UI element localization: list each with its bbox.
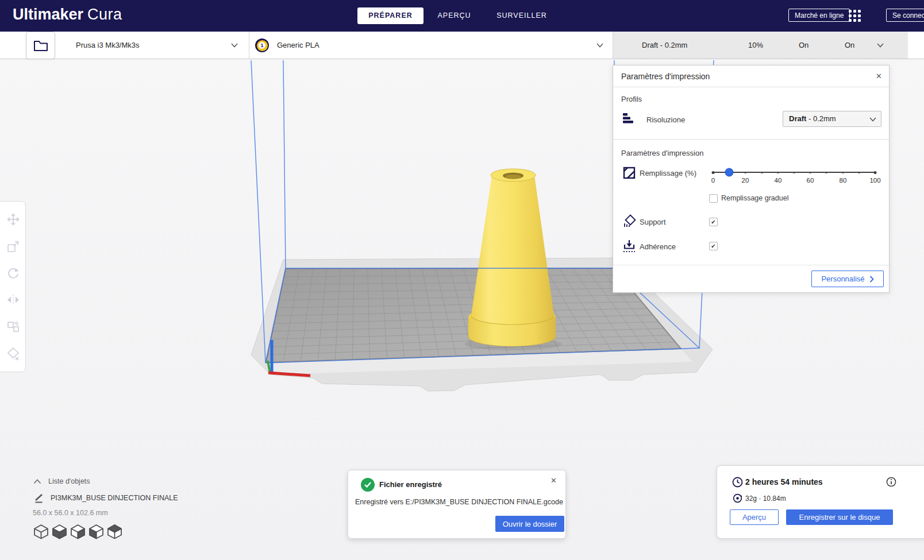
resolution-dropdown[interactable]: Draft - 0.2mm xyxy=(783,111,881,127)
resolution-label: Risoluzione xyxy=(646,115,685,124)
resolution-value-bold: Draft xyxy=(789,114,806,123)
material-usage: 32g · 10.84m xyxy=(745,495,786,503)
custom-settings-button[interactable]: Personnalisé xyxy=(811,271,884,287)
print-job-panel: 2 heures 54 minutes 32g · 10.84m Aperçu … xyxy=(717,465,924,539)
layer-height-icon xyxy=(622,113,635,124)
view-3d-icon[interactable] xyxy=(33,524,49,539)
chevron-down-icon xyxy=(869,117,876,122)
chevron-down-icon xyxy=(877,43,884,48)
resolution-value-rest: - 0.2mm xyxy=(806,114,836,123)
adhesion-icon xyxy=(623,240,636,253)
rotate-tool-icon[interactable] xyxy=(6,267,20,280)
tab-monitor[interactable]: SURVEILLER xyxy=(493,7,550,24)
section-heading: Paramètres d'impression xyxy=(621,149,703,157)
mirror-tool-icon[interactable] xyxy=(6,293,20,307)
close-icon[interactable]: ✕ xyxy=(876,72,882,80)
marketplace-button[interactable]: Marché en ligne xyxy=(788,9,850,22)
material-name: Generic PLA xyxy=(277,32,319,59)
extruder-number: 1 xyxy=(259,42,265,49)
divider xyxy=(613,87,889,87)
folder-icon xyxy=(33,39,48,52)
panel-title: Paramètres d'impression xyxy=(621,72,710,81)
apps-grid-icon[interactable] xyxy=(849,10,861,22)
scale-tool-icon[interactable] xyxy=(6,240,20,253)
brand-light: Cura xyxy=(87,6,122,23)
object-list-toggle-label[interactable]: Liste d'objets xyxy=(48,477,90,485)
divider xyxy=(613,265,889,265)
printer-selector[interactable]: Prusa i3 Mk3/Mk3s xyxy=(64,32,249,59)
infill-slider[interactable] xyxy=(713,168,875,177)
spool-icon xyxy=(733,493,742,503)
save-to-disk-button[interactable]: Enregistrer sur le disque xyxy=(786,509,893,525)
summary-profile: Draft - 0.2mm xyxy=(642,32,687,59)
toast-message: Enregistré vers E:/PI3MK3M_BUSE DINJECTI… xyxy=(355,498,563,506)
infill-stripes-icon xyxy=(623,167,636,179)
support-icon xyxy=(623,214,636,227)
infill-label: Remplissage (%) xyxy=(640,169,696,177)
extruder-badge: 1 xyxy=(255,38,269,52)
material-selector[interactable]: 1 Generic PLA xyxy=(249,32,613,59)
model-dimensions: 56.0 x 56.0 x 102.6 mm xyxy=(33,509,108,517)
profiles-heading: Profils xyxy=(621,95,642,103)
adhesion-label: Adhérence xyxy=(640,242,676,251)
per-model-settings-icon[interactable] xyxy=(6,320,20,334)
view-top-icon[interactable] xyxy=(70,524,86,539)
gradual-infill-label: Remplissage graduel xyxy=(721,194,788,202)
view-left-icon[interactable] xyxy=(88,524,104,539)
adhesion-checkbox[interactable]: ✔ xyxy=(709,242,718,250)
clock-icon xyxy=(732,477,743,488)
tab-prepare[interactable]: PRÉPARER xyxy=(357,7,424,24)
object-list-item[interactable]: PI3MK3M_BUSE DINJECTION FINALE xyxy=(51,494,178,502)
cura-window: { "colors": { "navy": "#191650", "accent… xyxy=(0,0,924,560)
divider xyxy=(613,139,889,140)
support-label: Support xyxy=(640,218,666,226)
summary-infill: 10% xyxy=(748,32,763,59)
print-duration: 2 heures 54 minutes xyxy=(745,477,823,486)
slider-handle[interactable] xyxy=(725,168,734,177)
view-front-icon[interactable] xyxy=(52,524,67,539)
move-tool-icon[interactable] xyxy=(6,213,20,226)
tab-preview[interactable]: APERÇU xyxy=(433,7,476,24)
print-settings-panel: Paramètres d'impression ✕ Profils Risolu… xyxy=(613,65,890,293)
printer-name: Prusa i3 Mk3/Mk3s xyxy=(76,32,140,59)
file-saved-toast: Fichier enregistré ✕ Enregistré vers E:/… xyxy=(348,470,566,539)
support-blocker-icon[interactable] xyxy=(6,347,20,361)
preview-button[interactable]: Aperçu xyxy=(730,509,779,525)
toast-title: Fichier enregistré xyxy=(379,480,442,489)
chevron-right-icon xyxy=(869,276,874,283)
object-mesh-icon xyxy=(34,493,44,503)
app-logo: UltimakerCura xyxy=(13,6,122,24)
view-right-icon[interactable] xyxy=(107,524,122,539)
sign-in-button[interactable]: Se connecter xyxy=(886,9,924,22)
chevron-up-icon[interactable] xyxy=(33,479,41,484)
summary-adhesion: On xyxy=(845,32,854,59)
success-check-icon xyxy=(361,478,375,492)
model-tools-toolbar xyxy=(0,201,26,372)
support-checkbox[interactable]: ✔ xyxy=(709,218,718,226)
print-settings-summary[interactable]: Draft - 0.2mm 10% On On xyxy=(613,32,908,59)
summary-support: On xyxy=(799,32,808,59)
brand-bold: Ultimaker xyxy=(13,6,83,23)
open-file-button[interactable] xyxy=(26,32,55,59)
chevron-down-icon xyxy=(231,43,238,48)
info-icon[interactable] xyxy=(886,477,896,487)
chevron-down-icon xyxy=(596,43,603,48)
gradual-infill-checkbox[interactable] xyxy=(709,194,718,203)
view-orientation-bar xyxy=(33,524,122,539)
open-folder-button[interactable]: Ouvrir le dossier xyxy=(495,516,564,532)
close-icon[interactable]: ✕ xyxy=(550,476,557,485)
